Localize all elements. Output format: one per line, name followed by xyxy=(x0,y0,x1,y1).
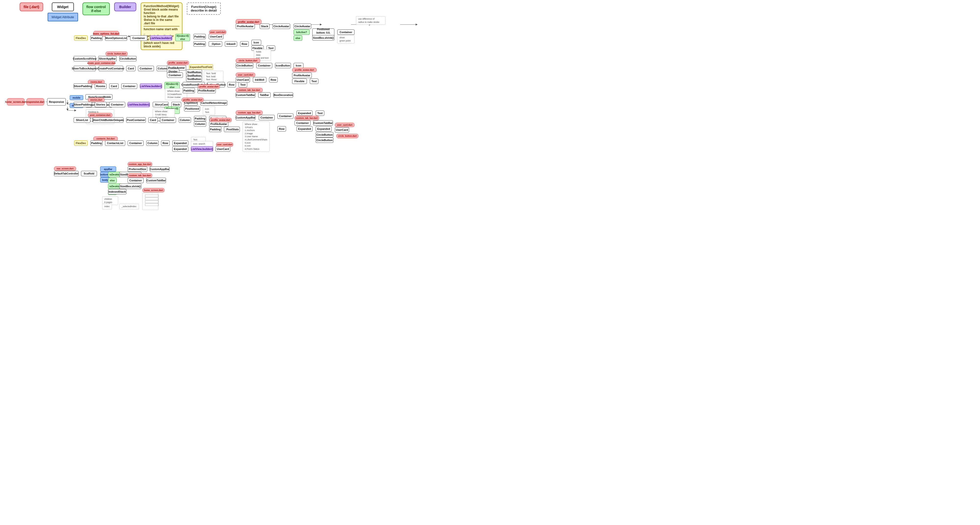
node-container5: Container xyxy=(109,102,125,107)
node-row4: Row xyxy=(161,140,170,146)
legend-file: file (.dart) xyxy=(20,2,43,11)
node-circleavatar2: CircleAvatar xyxy=(294,24,311,29)
node-icon1: Icon xyxy=(251,40,261,45)
legend-flow: flow controlif-else xyxy=(83,2,110,15)
node-mobile-label: mobile xyxy=(70,95,83,100)
node-usercard-ca: UserCard xyxy=(335,127,349,132)
node-iconbutton-cb: IconButton xyxy=(275,63,291,68)
node-sliverlist1: SliverList xyxy=(74,117,90,123)
node-listviewbuilder3: ListView.builder() xyxy=(128,102,150,107)
node-expanded-ca2: Expanded xyxy=(297,126,312,132)
node-text2: Text xyxy=(239,82,247,88)
node-rooms: Rooms xyxy=(95,83,107,89)
node-user-card-dart-ca: user_card.dart xyxy=(335,123,355,127)
node-createpostcontainer: CreatePostContainer xyxy=(99,66,123,71)
node-padding7: Padding xyxy=(90,140,103,146)
node-profileavatar-uc: ProfileAvatar xyxy=(292,73,312,78)
node-container-ca3: Container xyxy=(294,120,310,126)
node-sliverappbar1: SliverAppBar xyxy=(98,56,117,61)
node-custom-tab-bar-dart-ca: custom_tab_bar.dart xyxy=(294,116,319,120)
note-index: index xyxy=(102,204,112,209)
node-column3: Column xyxy=(194,121,206,127)
node-usercard1: UserCard xyxy=(208,34,223,39)
node-padding3: Padding xyxy=(193,41,206,47)
node-cachednetworkimage1: CachedNetworkImage xyxy=(200,100,228,105)
node-boxdecoration-main: BoxDecoration xyxy=(274,92,293,98)
node-customappbar-main: CustomAppBar xyxy=(235,115,255,120)
note-stroke: use difference ofradius to make stroke xyxy=(356,16,385,25)
note-poststats: Where show:①Post's1.Anchors2.Image3.User… xyxy=(243,121,270,152)
node-profile-avatar-dart4: profile_avatar.dart xyxy=(210,118,232,122)
node-profile-avatar-dart1: profile_avatar.dart xyxy=(167,60,189,65)
note-textbuttons: Text: 'boldText: boldText: Roos' xyxy=(204,71,223,83)
node-container2: Container xyxy=(138,66,154,71)
node-customtabbar1: CustomTabBar xyxy=(146,178,166,183)
node-profile-avatar-dart3: profile_avatar.dart xyxy=(182,98,204,102)
legend-function: Function/Method(Widget) ①red block aside… xyxy=(141,2,182,50)
node-home-screen-dart2: home_screen.dart xyxy=(142,188,164,192)
node-profile-avatar-dart2: profile_avatar.dart xyxy=(198,84,220,89)
node-sliverpadding2: SliverPadding xyxy=(74,102,92,107)
node-appbar-attr: appBar xyxy=(100,166,116,172)
node-custom-app-bar-dart1: custom_app_bar.dart xyxy=(128,162,152,166)
node-contactslist: ContactsList xyxy=(105,140,125,146)
node-moreoptionslist: MoreOptionsList xyxy=(105,35,127,41)
node-sliverpadding1: SliverPadding xyxy=(74,83,92,89)
node-listviewbuilder1: ListView.builder() xyxy=(150,35,172,41)
node-circle-button-dart-main: circle_button.dart xyxy=(235,59,260,63)
node-preferredsize: PreferredSize xyxy=(128,166,147,172)
node-flexdec2: FlexDec xyxy=(74,140,88,146)
node-circleavatar1: CircleAvatar xyxy=(272,24,290,29)
node-profileavatar-main: ProfileAvatar xyxy=(235,24,255,29)
note-show-green: showgreen point xyxy=(337,35,355,43)
node-container-cb: Container xyxy=(256,63,272,68)
node-flexible-uc: Flexible xyxy=(292,78,307,84)
legend-widget-attr-box: Widget Attribute xyxy=(48,13,78,21)
legend-usage-box: Function(Usage)describe in detail xyxy=(187,2,221,15)
node-sizedboxshrink2: SizedBox.shrink() xyxy=(119,184,142,189)
legend-builder-box: Builder xyxy=(114,2,136,11)
node-listviewbuilder4: ListView.builder() xyxy=(191,146,213,152)
legend-file-box: file (.dart) xyxy=(20,2,43,11)
node-container1: Container xyxy=(130,35,147,41)
node-circlebutton-ca1: CircleButton xyxy=(316,132,333,137)
node-nav-screen-dart: nav_screen.dart xyxy=(54,166,76,171)
node-expanded-ca3: Expanded xyxy=(316,126,332,132)
node-text-uc: Text xyxy=(310,78,318,84)
node-circle-button-dart1: circle_button.dart xyxy=(105,51,128,56)
node-isactive: IsActive? xyxy=(294,29,310,35)
node-row3: Row xyxy=(228,82,236,88)
node-slivertoboxadapter1: SliverToBoxAdapter xyxy=(74,66,96,71)
node-container8: Container xyxy=(128,178,143,183)
note-listview-6pages xyxy=(142,193,158,210)
node-padding5: Padding xyxy=(194,116,206,121)
node-user-card-dart1: user_card.dart xyxy=(209,30,226,34)
node-post-container-dart: post_container.dart xyxy=(88,113,113,117)
node-customscrollview1: CustomScrollView xyxy=(74,56,96,61)
node-usercard2: UserCard xyxy=(216,146,230,152)
legend-flow-box: flow controlif-else xyxy=(83,2,110,15)
node-else1: else xyxy=(108,178,117,183)
node-custom-tab-bar-dart-main: custom_tab_bar.dart xyxy=(235,88,262,92)
node-responsive: Responsive xyxy=(47,98,66,105)
node-circle-button-dart-ca: circle_button.dart xyxy=(336,134,358,138)
node-flexdec1: FlexDec xyxy=(74,35,88,41)
node-itembuilder1: If(index=0)else xyxy=(175,34,190,41)
note-selectedindex: _selectedIndex xyxy=(119,204,139,209)
legend-function-box: Function/Method(Widget) ①red block aside… xyxy=(141,2,182,50)
node-user-card-dart2: user_card.dart xyxy=(216,142,233,147)
node-listviewbuilder2: ListView.builder() xyxy=(140,83,162,89)
node-container-main: Container xyxy=(337,29,355,35)
node-profile-avatar-dart-main2: profile_avatar.dart xyxy=(292,68,317,72)
node-circlebutton-ca2: CircleButton xyxy=(316,137,333,143)
node-container6: Container xyxy=(160,117,176,123)
node-else-main: else xyxy=(294,35,302,41)
node-poststats: _PostStats xyxy=(224,127,240,132)
node-tabbar-main: TabBar xyxy=(258,92,270,98)
node-padding6: Padding xyxy=(209,127,221,132)
node-circlebutton-main: CircleButton xyxy=(235,63,253,68)
node-expanded2: Expanded xyxy=(172,146,188,152)
node-custom-tab-bar-dart1: custom_tab_bar.dart xyxy=(128,173,152,178)
node-customtabbar-main: CustomTabBar xyxy=(235,92,255,98)
node-container4: Container xyxy=(121,83,137,89)
